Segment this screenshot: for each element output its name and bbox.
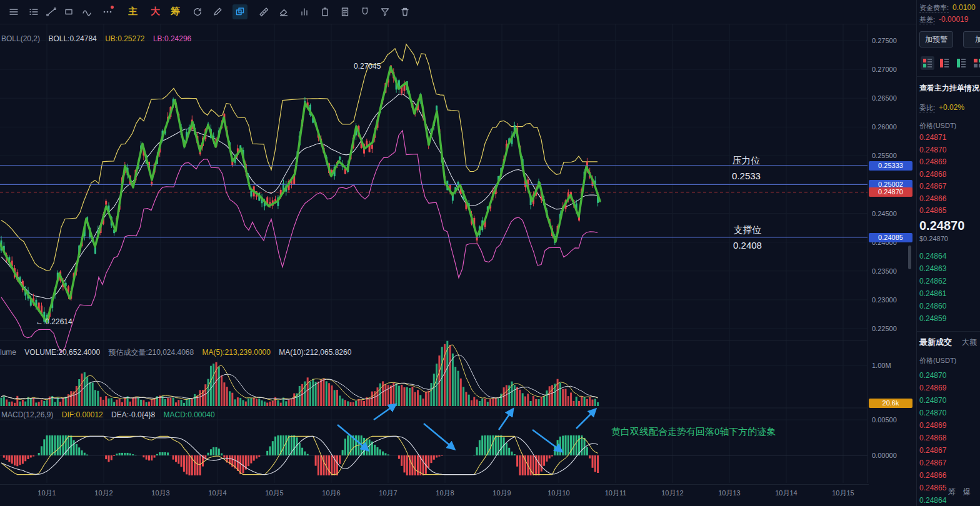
magnet-tool-icon xyxy=(359,6,371,17)
pencil-tool-button[interactable] xyxy=(210,4,225,19)
commission-ratio-value: +0.02% xyxy=(939,103,964,112)
boll-indicator-row: BOLL(20,2) BOLL:0.24784 UB:0.25272 LB:0.… xyxy=(1,34,198,43)
filter-tool-button[interactable] xyxy=(378,4,392,19)
rectangle-tool-button[interactable] xyxy=(61,4,76,19)
boll-lb-value: LB:0.24296 xyxy=(153,34,191,43)
basis-row: 基差:-0.00019 xyxy=(919,15,968,24)
orderbook-compact-toggle[interactable] xyxy=(971,56,980,70)
ask-price: 0.24871 xyxy=(919,131,946,144)
trade-price: 0.24870 xyxy=(919,407,946,419)
bid-row[interactable]: 0.24861 xyxy=(917,287,980,300)
toolbar-cn-button-2[interactable]: 大 xyxy=(151,6,160,17)
liquidation-button[interactable]: 爆 xyxy=(963,487,971,496)
add-button[interactable]: 加 xyxy=(963,31,980,47)
date-tick: 10月6 xyxy=(316,489,347,498)
ask-row[interactable]: 0.24865 xyxy=(917,204,980,217)
indicator-menu-icon xyxy=(8,6,19,17)
price-axis[interactable]: 0.275000.270000.265000.260000.255000.250… xyxy=(869,24,916,484)
note-tool-icon xyxy=(339,6,351,17)
orderbook-both-toggle[interactable] xyxy=(921,56,934,70)
price-tick: 0.26500 xyxy=(872,94,897,102)
add-alert-button[interactable]: 加预警 xyxy=(919,31,953,47)
volume-prefix-label: lume xyxy=(0,348,16,357)
bid-row[interactable]: 0.24863 xyxy=(917,262,980,275)
compare-tool-button[interactable] xyxy=(232,4,248,19)
trade-row[interactable]: 0.24867 xyxy=(917,457,980,469)
bid-row[interactable]: 0.24862 xyxy=(917,275,980,287)
trades-price-header: 价格(USDT) xyxy=(919,356,956,365)
volume-value: VOLUME:20,652.4000 xyxy=(24,348,100,357)
trade-row[interactable]: 0.24867 xyxy=(917,444,980,457)
divider xyxy=(917,76,980,77)
trash-tool-button[interactable] xyxy=(398,4,412,19)
chip-distribution-button[interactable]: 筹 xyxy=(948,487,956,496)
indicator-menu-button[interactable] xyxy=(6,4,21,19)
trade-price: 0.24865 xyxy=(919,482,946,494)
trendline-tool-button[interactable] xyxy=(44,4,59,19)
trade-price: 0.24869 xyxy=(919,419,946,432)
watchlist-button[interactable] xyxy=(26,4,41,19)
ask-price: 0.24867 xyxy=(919,180,946,192)
ask-row[interactable]: 0.24868 xyxy=(917,168,980,181)
trade-row[interactable]: 0.24866 xyxy=(917,469,980,482)
trade-row[interactable]: 0.24870 xyxy=(917,407,980,419)
toolbar-cn-button-3[interactable]: 筹 xyxy=(171,6,180,17)
trade-price: 0.24864 xyxy=(919,494,946,506)
trade-row[interactable]: 0.24869 xyxy=(917,419,980,432)
macd-note-annotation: 黄白双线配合走势有回落0轴下方的迹象 xyxy=(611,426,776,438)
orderbook-price-header: 价格(USDT) xyxy=(919,121,956,131)
wave-tool-icon xyxy=(82,6,93,17)
bid-row[interactable]: 0.24864 xyxy=(917,250,980,262)
clipboard-tool-icon xyxy=(319,6,331,17)
clipboard-tool-button[interactable] xyxy=(318,4,332,19)
ask-price: 0.24865 xyxy=(919,204,946,217)
trade-row[interactable]: 0.24868 xyxy=(917,432,980,444)
vertical-scrollbar-thumb[interactable] xyxy=(908,246,911,269)
funding-rate-row: 资金费率:0.0100 xyxy=(919,3,976,12)
date-tick: 10月8 xyxy=(429,489,461,498)
resistance-title: 压力位 xyxy=(711,152,781,168)
funding-rate-label: 资金费率: xyxy=(919,4,949,12)
ask-row[interactable]: 0.24867 xyxy=(917,180,980,192)
boll-period-label: BOLL(20,2) xyxy=(1,34,40,43)
date-tick: 10月15 xyxy=(828,489,859,498)
trade-price: 0.24869 xyxy=(919,382,946,394)
volume-indicator-row: lume VOLUME:20,652.4000 预估成交量:210,024.40… xyxy=(0,347,358,358)
time-axis[interactable]: 10月110月210月310月410月510月610月710月810月910月1… xyxy=(0,484,869,506)
orderbook-buy-toggle[interactable] xyxy=(954,56,968,70)
bid-row[interactable]: 0.24859 xyxy=(917,312,980,325)
eraser-tool-button[interactable] xyxy=(276,4,291,19)
bid-row[interactable]: 0.24860 xyxy=(917,300,980,312)
trade-price: 0.24868 xyxy=(919,432,946,444)
basis-value: -0.00019 xyxy=(939,15,968,24)
trade-row[interactable]: 0.24870 xyxy=(917,369,980,382)
pattern-tool-button[interactable] xyxy=(298,4,312,19)
trade-row[interactable]: 0.24869 xyxy=(917,382,980,394)
bid-price: 0.24861 xyxy=(919,287,946,300)
trough-price-label: ← 0.22614 xyxy=(36,317,72,326)
large-trades-filter[interactable]: 大额 xyxy=(962,337,977,348)
ask-row[interactable]: 0.24871 xyxy=(917,131,980,144)
trade-row[interactable]: 0.24870 xyxy=(917,394,980,407)
price-tick: 0.23500 xyxy=(872,267,897,275)
toolbar-cn-button-1[interactable]: 主 xyxy=(128,6,138,17)
view-main-orders-link[interactable]: 查看主力挂单情况 xyxy=(919,83,979,94)
ask-price: 0.24869 xyxy=(919,156,946,168)
trade-price: 0.24866 xyxy=(919,469,946,482)
zigzag-trend-line xyxy=(0,67,600,322)
note-tool-button[interactable] xyxy=(338,4,352,19)
ask-row[interactable]: 0.24869 xyxy=(917,156,980,168)
refresh-icon xyxy=(192,6,203,17)
magnet-tool-button[interactable] xyxy=(358,4,372,19)
ruler-tool-button[interactable] xyxy=(256,4,271,19)
refresh-button[interactable] xyxy=(190,4,205,19)
trash-tool-icon xyxy=(399,6,411,17)
ask-row[interactable]: 0.24870 xyxy=(917,144,980,156)
filter-tool-icon xyxy=(379,6,391,17)
orderbook-sell-toggle[interactable] xyxy=(938,56,951,70)
ask-row[interactable]: 0.24866 xyxy=(917,192,980,205)
price-tick: 0.27500 xyxy=(872,37,897,44)
wave-tool-button[interactable] xyxy=(80,4,95,19)
date-tick: 10月7 xyxy=(372,489,404,498)
more-tools-button[interactable] xyxy=(100,4,115,19)
